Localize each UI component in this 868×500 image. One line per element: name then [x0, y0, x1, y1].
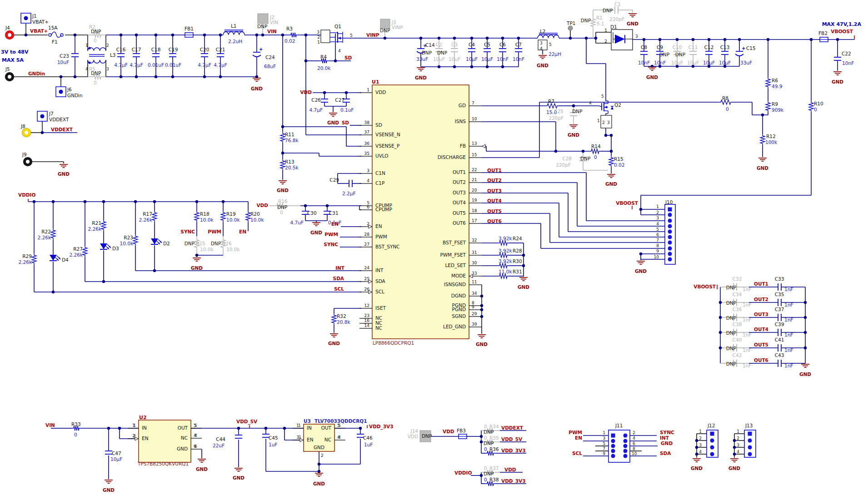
pin-name-MODE: MODE [451, 273, 466, 278]
gnd-label-gnd: GND [518, 284, 529, 290]
label-c26: C26 [311, 97, 321, 103]
junction-dot [261, 34, 264, 36]
pin-name-DISCHARGE: DISCHARGE [438, 154, 466, 160]
junction-dot [836, 38, 839, 41]
choke-dot [88, 61, 90, 64]
header-port-pin [40, 114, 45, 119]
pin-name-OUT2: OUT2 [453, 179, 466, 185]
pin-name-SDA: SDA [375, 278, 386, 284]
dnp-connector-box [258, 14, 268, 24]
junction-dot [610, 134, 613, 137]
label-10uf: 10uF [433, 56, 445, 62]
label-2.26k: 2.26k [38, 235, 51, 240]
net-label-out1: OUT1 [487, 168, 502, 173]
junction-dot [643, 38, 645, 41]
label-33uf: 33uF [416, 56, 428, 62]
label-20.0k: 20.0k [317, 65, 331, 71]
junction-dot [255, 34, 258, 36]
junction-dot [102, 280, 105, 283]
label-dnp: DNP [726, 300, 736, 306]
pin-number-5: 5 [549, 42, 552, 47]
label-r15: R15 [614, 156, 624, 162]
label-10µf: 10µF [481, 56, 493, 62]
label-1nf: 1nF [784, 332, 793, 337]
label-10.0k: 10.0k [120, 241, 134, 246]
resistor-symbol [32, 253, 36, 265]
junction-dot [195, 200, 198, 203]
input-arrow [482, 144, 485, 148]
connector-pad [624, 444, 628, 448]
label-d1: D1 [610, 24, 617, 30]
pin-number: 36 [364, 141, 370, 146]
pin-number-4: 4 [737, 450, 739, 454]
pin-number: 23 [364, 313, 369, 318]
junction-dot [692, 38, 694, 41]
label-r20: R20 [250, 211, 260, 217]
label-j13: J13 [745, 423, 753, 428]
net-label-vdd: VDD [443, 429, 454, 434]
pin-number-3: 3 [603, 436, 605, 441]
resistor-symbol [766, 101, 770, 112]
pin-number-3: 3 [317, 30, 319, 35]
label-vin: VIN [270, 20, 278, 25]
label-dnp: DNP [580, 156, 590, 161]
label-c14: C14 [425, 42, 435, 48]
connector-pad-square [748, 432, 752, 436]
mosfet-arrow [338, 37, 341, 40]
schematic-drawing: +++1VDD38SD37VSENSE_N36VSENSE_P35UVLO3C1… [0, 0, 868, 500]
label-c18: C18 [151, 47, 161, 52]
label-3.92k: 3.92k [499, 258, 512, 264]
label-dnp: DNP [484, 441, 494, 446]
pin-number-2: 2 [132, 434, 135, 438]
junction-dot [804, 301, 807, 304]
label-4.7µf: 4.7µF [214, 62, 227, 68]
gnd-label-gnd: GND [328, 341, 340, 346]
label-2.2uh: 2.2uH [228, 39, 242, 44]
pin-number-2: 2 [602, 120, 605, 125]
resistor-symbol [195, 211, 199, 222]
pin-number: 17 [472, 218, 477, 223]
pin-number-2: 2 [317, 35, 320, 40]
label-1nf: 1nF [743, 363, 751, 368]
label-3v to 48v: 3V to 48V [1, 49, 29, 55]
pin-name-C1P: C1P [375, 180, 384, 186]
junction-dot [195, 254, 198, 257]
label-r3: R3 [286, 26, 293, 31]
label-c45: C45 [269, 435, 278, 441]
net-label-out3: OUT3 [487, 188, 502, 193]
label-dnp: DNP [726, 346, 736, 351]
mosfet-pin-box [321, 30, 330, 43]
resistor-symbol [498, 274, 509, 278]
pin-number-1: 1 [656, 204, 659, 209]
label-0: 0 [280, 210, 283, 215]
gnd-label-gnd: GND [196, 466, 208, 472]
net-label-sd: SD [342, 120, 349, 125]
net-label-vboost: VBOOST [831, 29, 853, 34]
label-10.0k: 10.0k [226, 217, 240, 223]
connector-pad [710, 446, 714, 450]
resistor-symbol [545, 104, 559, 108]
label-2.26k: 2.26k [70, 252, 83, 257]
label-220pf: 220pF [549, 115, 564, 121]
junction-dot [155, 75, 157, 78]
label-r37: R37 [489, 465, 499, 471]
label-0: 0 [484, 435, 487, 441]
junction-dot [708, 38, 710, 41]
pin-number-4: 4 [85, 67, 88, 71]
label-dnp: DNP [185, 241, 195, 246]
net-label-gnd: GND [661, 441, 673, 446]
label-r34: R34 [489, 424, 499, 429]
net-label-vddext: VDDEXT [51, 127, 73, 132]
net-label-en: EN [575, 435, 582, 441]
label-max 5a: MAX 5A [2, 57, 24, 63]
label-c34: C34 [733, 292, 742, 297]
label-j8: J8 [20, 124, 25, 129]
label-c31: C31 [329, 210, 339, 216]
junction-dot [203, 75, 206, 78]
label-c23: C23 [60, 53, 69, 59]
connector-pad [668, 241, 672, 245]
label-dnp: DNP [422, 433, 432, 439]
input-arrow [469, 274, 473, 278]
pin-number-5: 5 [656, 227, 659, 232]
net-label-scl: SCL [334, 286, 344, 292]
